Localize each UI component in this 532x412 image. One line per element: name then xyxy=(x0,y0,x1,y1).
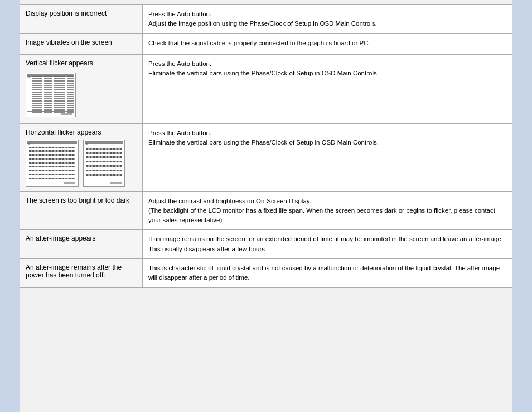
problem-title: Horizontal flicker appears xyxy=(26,128,137,136)
solution-cell: This is characteristic of liquid crystal… xyxy=(143,258,512,288)
problem-title: An after-image remains after the power h… xyxy=(26,264,137,279)
hbar xyxy=(29,147,75,148)
vbar3 xyxy=(54,76,65,114)
table-row: Horizontal flicker appears ≡ xyxy=(20,123,512,191)
hbar xyxy=(29,154,75,156)
table-row: An after-image appears If an image remai… xyxy=(20,230,512,259)
problem-title: Image vibrates on the screen xyxy=(26,39,137,46)
hflicker-image-2: ≡ xyxy=(83,140,125,187)
solution-cell: Press the Auto button. Eliminate the ver… xyxy=(143,54,512,123)
problem-cell: An after-image remains after the power h… xyxy=(20,258,143,288)
solution-content: Press the Auto button. Adjust the image … xyxy=(148,11,377,27)
vbar2 xyxy=(44,76,52,114)
hbar xyxy=(86,161,122,162)
hbar xyxy=(29,178,75,179)
problem-title: Display position is incorrect xyxy=(26,9,137,17)
solution-cell: If an image remains on the screen for an… xyxy=(143,230,512,259)
problem-cell: Horizontal flicker appears ≡ xyxy=(20,123,143,191)
page-num: ≡ xyxy=(85,142,88,146)
hbar xyxy=(29,166,75,167)
table-row: An after-image remains after the power h… xyxy=(20,258,512,288)
page-num: ≡ xyxy=(28,142,30,146)
table-row: The screen is too bright or too dark Adj… xyxy=(20,191,512,230)
footer-indicator xyxy=(110,182,122,184)
img-header xyxy=(27,141,77,144)
problem-cell: Display position is incorrect xyxy=(20,5,143,34)
vbar4 xyxy=(67,76,74,114)
hbar xyxy=(86,152,122,154)
problem-title: An after-image appears xyxy=(26,234,137,242)
troubleshoot-table: Display position is incorrect Press the … xyxy=(20,4,512,288)
problem-cell: Image vibrates on the screen xyxy=(20,33,143,54)
hbar xyxy=(29,174,75,175)
image-footer xyxy=(27,111,74,112)
page-num: ≡ xyxy=(28,75,30,79)
dot-row xyxy=(61,113,72,115)
solution-text: Press the Auto button. Adjust the image … xyxy=(148,9,506,29)
problem-title: The screen is too bright or too dark xyxy=(26,197,137,204)
problem-title: Vertical flicker appears xyxy=(26,59,137,67)
vbar1 xyxy=(32,76,42,114)
hbar xyxy=(29,158,75,160)
page-wrapper: Display position is incorrect Press the … xyxy=(0,0,532,412)
hbar xyxy=(86,165,122,167)
hflicker-container: ≡ xyxy=(26,140,137,187)
table-row: Vertical flicker appears ≡ Press the xyxy=(20,54,512,123)
solution-text: If an image remains on the screen for an… xyxy=(148,234,506,254)
table-row: Display position is incorrect Press the … xyxy=(20,5,512,34)
solution-text: This is characteristic of liquid crystal… xyxy=(148,264,506,283)
footer-indicator xyxy=(64,182,75,184)
hbar xyxy=(86,170,122,171)
hbar xyxy=(29,170,75,171)
problem-cell: Vertical flicker appears ≡ xyxy=(20,54,143,123)
right-margin xyxy=(512,0,532,412)
hflicker-image-1: ≡ xyxy=(26,140,79,187)
solution-cell: Press the Auto button. Adjust the image … xyxy=(143,5,512,34)
solution-content: Check that the signal cable is properly … xyxy=(148,40,370,46)
problem-cell: The screen is too bright or too dark xyxy=(20,191,143,230)
solution-text: Press the Auto button. Eliminate the ver… xyxy=(148,59,506,79)
table-row: Image vibrates on the screen Check that … xyxy=(20,33,512,54)
solution-text: Check that the signal cable is properly … xyxy=(148,39,506,48)
solution-cell: Adjust the contrast and brightness on On… xyxy=(143,191,512,230)
hbar xyxy=(29,162,75,164)
hbar xyxy=(86,156,122,158)
vertical-flicker-image: ≡ xyxy=(26,73,76,117)
solution-cell: Press the Auto button. Eliminate the ver… xyxy=(143,123,512,191)
img-header xyxy=(85,141,123,144)
problem-cell: An after-image appears xyxy=(20,230,143,259)
hbar xyxy=(29,150,75,152)
solution-cell: Check that the signal cable is properly … xyxy=(143,33,512,54)
hbar xyxy=(86,148,122,150)
content-area: Display position is incorrect Press the … xyxy=(20,0,512,412)
solution-text: Press the Auto button. Eliminate the ver… xyxy=(148,128,506,148)
left-margin xyxy=(0,0,20,412)
solution-text: Adjust the contrast and brightness on On… xyxy=(148,197,506,226)
hbar xyxy=(86,174,122,176)
